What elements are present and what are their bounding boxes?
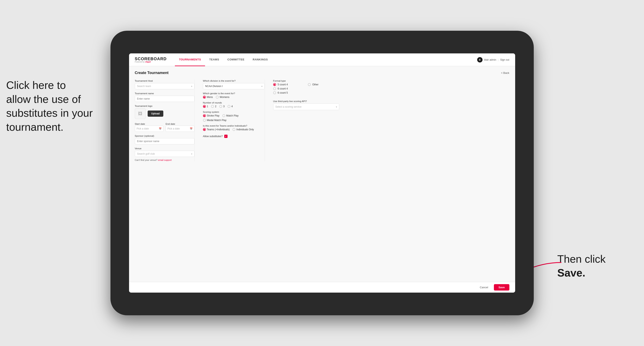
scoring-match-radio[interactable]: [222, 114, 225, 117]
rounds-3[interactable]: 3: [219, 105, 225, 108]
format-6count4-radio[interactable]: [273, 87, 276, 90]
rounds-2[interactable]: 2: [211, 105, 216, 108]
format-other[interactable]: Other: [308, 83, 339, 86]
page-content: Create Tournament < Back Tournament Host…: [129, 66, 515, 282]
tournament-host-label: Tournament Host: [135, 80, 194, 82]
scoring-stroke[interactable]: Stroke Play: [203, 114, 220, 117]
upload-button[interactable]: Upload: [148, 111, 164, 117]
end-date-label: End date: [166, 123, 175, 125]
nav-committee[interactable]: COMMITTEE: [223, 53, 248, 66]
logo-placeholder-icon: 🖼: [135, 108, 146, 119]
scoring-stroke-radio[interactable]: [203, 114, 206, 117]
gender-radio-group: Mens Womens: [203, 96, 265, 99]
venue-note: Can't find your venue? email support: [135, 159, 194, 161]
tournament-logo-group: Tournament logo 🖼 Upload: [135, 105, 194, 119]
teams-plus-individuals[interactable]: Teams (+Individuals): [203, 128, 230, 131]
substitutes-checkbox[interactable]: ✓: [224, 135, 228, 138]
tournament-host-select[interactable]: Search team ▾: [135, 83, 194, 89]
scoring-match[interactable]: Match Play: [222, 114, 238, 117]
teams-individuals-group: Is this event for Teams and/or Individua…: [203, 125, 265, 131]
format-type-group: Format type 5 count 4 Other: [273, 80, 339, 94]
avatar: B: [477, 57, 482, 62]
gender-mens-radio[interactable]: [203, 96, 206, 99]
navbar: SCOREBOARD Powered by clippd TOURNAMENTS…: [129, 53, 515, 66]
calendar-icon: 📅: [159, 127, 162, 130]
rounds-1-radio[interactable]: [203, 105, 206, 108]
scoring-medal-radio[interactable]: [203, 119, 206, 122]
individuals-only-radio[interactable]: [232, 128, 236, 131]
nav-teams[interactable]: TEAMS: [205, 53, 223, 66]
tournament-logo-label: Tournament logo: [135, 105, 194, 107]
rounds-group: Number of rounds 1 2: [203, 101, 265, 108]
save-button[interactable]: Save: [494, 284, 509, 291]
gender-womens-radio[interactable]: [216, 96, 219, 99]
tournament-name-input[interactable]: [135, 96, 194, 102]
tablet-device: SCOREBOARD Powered by clippd TOURNAMENTS…: [110, 31, 534, 315]
individuals-only[interactable]: Individuals Only: [232, 128, 254, 131]
form-col2: Which division is the event for? NCAA Di…: [203, 80, 265, 161]
footer-bar: Cancel Save: [129, 282, 515, 293]
venue-group: Venue Search golf club ▾ Can't find your…: [135, 147, 194, 161]
gender-mens[interactable]: Mens: [203, 96, 213, 99]
logo-area: SCOREBOARD Powered by clippd: [135, 57, 167, 63]
format-other-radio[interactable]: [308, 83, 311, 86]
scoring-medal[interactable]: Medal Match Play: [203, 119, 226, 122]
tournament-name-group: Tournament name: [135, 92, 194, 102]
rounds-radio-group: 1 2 3 4: [203, 105, 265, 108]
rounds-1[interactable]: 1: [203, 105, 208, 108]
scoring-system-label: Scoring system: [203, 111, 265, 113]
format-5count4[interactable]: 5 count 4: [273, 83, 304, 86]
format-type-label: Format type: [273, 80, 339, 82]
scoring-arrow-icon: ▾: [336, 106, 337, 108]
venue-label: Venue: [135, 147, 194, 150]
logo-powered: Powered by clippd: [135, 61, 167, 63]
gender-womens[interactable]: Womens: [216, 96, 230, 99]
scoring-api-group: Use third-party live scoring API? Select…: [273, 100, 339, 110]
user-name: blair admin: [484, 58, 496, 61]
page-title: Create Tournament: [135, 71, 169, 75]
end-date-input[interactable]: Pick a date 📅: [166, 126, 194, 132]
teams-plus-radio[interactable]: [203, 128, 206, 131]
nav-tournaments[interactable]: TOURNAMENTS: [175, 53, 205, 66]
rounds-4[interactable]: 4: [228, 105, 233, 108]
format-6count4[interactable]: 6 count 4: [273, 87, 304, 90]
email-support-link[interactable]: email support: [158, 159, 172, 161]
rounds-2-radio[interactable]: [211, 105, 214, 108]
rounds-4-radio[interactable]: [228, 105, 230, 108]
tournament-host-group: Tournament Host Search team ▾: [135, 80, 194, 89]
back-link[interactable]: < Back: [501, 71, 509, 74]
venue-arrow-icon: ▾: [191, 153, 192, 155]
scoring-service-select[interactable]: Select a scoring service ▾: [273, 104, 339, 110]
select-arrow-icon: ▾: [191, 85, 192, 87]
nav-rankings[interactable]: RANKINGS: [248, 53, 272, 66]
tournament-name-label: Tournament name: [135, 92, 194, 95]
cancel-button[interactable]: Cancel: [476, 284, 492, 291]
calendar-icon-2: 📅: [190, 127, 193, 130]
scoring-api-label: Use third-party live scoring API?: [273, 100, 339, 103]
division-arrow-icon: ▾: [262, 85, 262, 87]
venue-select[interactable]: Search golf club ▾: [135, 151, 194, 157]
annotation-right: Then click Save.: [557, 252, 632, 280]
format-6count5-radio[interactable]: [273, 91, 276, 94]
format-6count5[interactable]: 6 count 5: [273, 91, 304, 94]
format-5count4-radio[interactable]: [273, 83, 276, 86]
gender-label: Which gender is the event for?: [203, 92, 265, 95]
form-col1: Tournament Host Search team ▾ Tournament…: [135, 80, 195, 161]
substitutes-label: Allow substitutes?: [203, 135, 223, 138]
start-date-label: Start date: [135, 123, 145, 125]
start-date-input[interactable]: Pick a date 📅: [135, 126, 164, 132]
scoring-radio-group: Stroke Play Match Play Medal Match Play: [203, 114, 265, 122]
sign-out-link[interactable]: Sign out: [500, 58, 509, 61]
nav-links: TOURNAMENTS TEAMS COMMITTEE RANKINGS: [175, 53, 477, 66]
dates-group: Start date Pick a date 📅 End date Pick a…: [135, 122, 194, 132]
sponsor-input[interactable]: [135, 138, 194, 144]
rounds-3-radio[interactable]: [219, 105, 222, 108]
division-select[interactable]: NCAA Division I ▾: [203, 83, 265, 89]
logo-upload-area: 🖼 Upload: [135, 108, 194, 119]
nav-right: B blair admin | Sign out: [477, 57, 510, 62]
sponsor-label: Sponsor (optional): [135, 135, 194, 137]
teams-radio-group: Teams (+Individuals) Individuals Only: [203, 128, 265, 131]
page-header: Create Tournament < Back: [135, 71, 510, 75]
form-col3: Format type 5 count 4 Other: [273, 80, 339, 161]
sponsor-group: Sponsor (optional): [135, 135, 194, 144]
